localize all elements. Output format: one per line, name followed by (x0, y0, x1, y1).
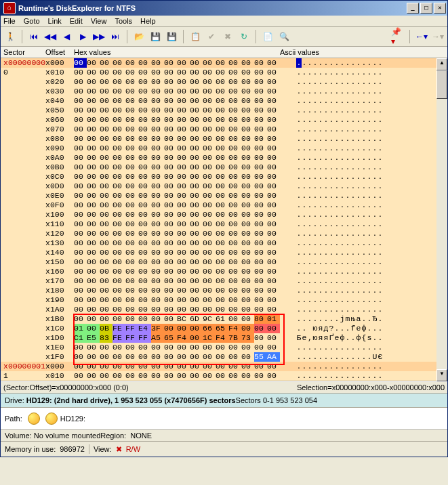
hex-bytes[interactable]: 00000000000000000000000000000000 (74, 201, 280, 210)
ascii-char[interactable]: . (345, 238, 350, 248)
ascii-char[interactable]: . (302, 153, 307, 163)
ascii-char[interactable]: . (345, 68, 350, 77)
hex-byte[interactable]: 00 (125, 238, 138, 248)
hex-byte[interactable]: 00 (216, 371, 228, 381)
hex-byte[interactable]: 00 (138, 314, 151, 324)
ascii-bytes[interactable]: ................ (280, 182, 447, 191)
ascii-char[interactable]: . (356, 77, 361, 87)
hex-byte[interactable]: 61 (216, 314, 228, 324)
hex-byte[interactable]: 00 (113, 96, 125, 106)
ascii-char[interactable]: . (334, 276, 340, 286)
hex-byte[interactable]: 00 (254, 343, 267, 352)
ascii-char[interactable]: . (318, 163, 323, 172)
hex-byte[interactable]: 00 (228, 163, 241, 172)
ascii-bytes[interactable]: .. юяд?...feф... (280, 324, 447, 333)
ascii-char[interactable]: . (334, 305, 340, 314)
hex-byte[interactable]: 66 (203, 324, 216, 333)
hex-byte[interactable]: 00 (177, 248, 190, 257)
ascii-char[interactable]: . (312, 182, 318, 191)
ascii-char[interactable]: . (345, 153, 350, 163)
ascii-char[interactable]: . (318, 362, 323, 371)
hex-byte[interactable]: 00 (125, 314, 138, 324)
hex-byte[interactable]: 00 (151, 352, 164, 362)
tool-fwd-icon[interactable]: ▶ (76, 30, 89, 43)
hex-byte[interactable]: 00 (151, 191, 164, 201)
hex-byte[interactable]: 00 (87, 115, 100, 125)
hex-byte[interactable]: 00 (267, 115, 280, 125)
hex-byte[interactable]: 00 (254, 191, 267, 201)
ascii-char[interactable]: . (372, 191, 378, 201)
hex-byte[interactable]: 00 (254, 210, 267, 219)
hex-byte[interactable]: 00 (267, 295, 280, 305)
hex-row[interactable]: x04000000000000000000000000000000000....… (1, 96, 447, 106)
hex-row[interactable]: 1x01000000000000000000000000000000000...… (1, 371, 447, 381)
ascii-char[interactable]: . (302, 191, 307, 201)
ascii-char[interactable]: . (350, 276, 356, 286)
ascii-char[interactable]: . (340, 172, 345, 182)
ascii-char[interactable]: . (345, 276, 350, 286)
hex-byte[interactable]: 00 (138, 371, 151, 381)
hex-row[interactable]: x0A000000000000000000000000000000000....… (1, 153, 447, 163)
hex-view[interactable]: x00000000x000000000000000000000000000000… (1, 58, 447, 381)
hex-byte[interactable]: 00 (267, 106, 280, 115)
ascii-char[interactable]: . (356, 219, 361, 229)
ascii-char[interactable]: . (334, 238, 340, 248)
hex-byte[interactable]: 00 (87, 68, 100, 77)
hex-byte[interactable]: 00 (164, 87, 177, 96)
ascii-char[interactable]: . (378, 333, 383, 343)
ascii-char[interactable]: . (296, 144, 302, 153)
ascii-char[interactable]: . (318, 125, 323, 134)
ascii-char[interactable]: ј (340, 314, 345, 324)
ascii-char[interactable]: . (296, 77, 302, 87)
ascii-char[interactable]: . (340, 144, 345, 153)
ascii-char[interactable]: . (302, 134, 307, 144)
ascii-char[interactable]: . (340, 305, 345, 314)
ascii-char[interactable]: . (323, 153, 329, 163)
ascii-char[interactable]: . (312, 153, 318, 163)
hex-byte[interactable]: 00 (113, 286, 125, 295)
hex-byte[interactable]: 00 (87, 106, 100, 115)
hex-byte[interactable]: 00 (100, 248, 113, 257)
ascii-char[interactable]: . (296, 238, 302, 248)
hex-byte[interactable]: 00 (241, 257, 254, 267)
ascii-char[interactable]: . (302, 238, 307, 248)
ascii-char[interactable]: . (318, 87, 323, 96)
hex-byte[interactable]: 00 (138, 134, 151, 144)
ascii-char[interactable]: . (312, 267, 318, 276)
hex-byte[interactable]: 00 (228, 210, 241, 219)
hex-byte[interactable]: 00 (216, 201, 228, 210)
ascii-char[interactable]: . (361, 248, 367, 257)
ascii-char[interactable]: . (307, 201, 312, 210)
ascii-char[interactable]: . (312, 295, 318, 305)
hex-byte[interactable]: 00 (87, 276, 100, 286)
ascii-char[interactable]: . (323, 352, 329, 362)
hex-byte[interactable]: 00 (125, 219, 138, 229)
ascii-char[interactable]: . (318, 276, 323, 286)
ascii-char[interactable]: . (340, 134, 345, 144)
hex-byte[interactable]: 00 (216, 210, 228, 219)
ascii-char[interactable]: . (307, 153, 312, 163)
hex-byte[interactable]: 00 (216, 87, 228, 96)
ascii-char[interactable]: . (302, 68, 307, 77)
ascii-char[interactable]: . (334, 352, 340, 362)
ascii-char[interactable]: . (312, 96, 318, 106)
hex-byte[interactable]: 00 (113, 68, 125, 77)
ascii-char[interactable]: s (367, 333, 372, 343)
hex-byte[interactable]: 00 (164, 106, 177, 115)
ascii-char[interactable]: m (345, 314, 350, 324)
menu-tools[interactable]: Tools (115, 17, 132, 25)
ascii-char[interactable]: . (323, 305, 329, 314)
ascii-char[interactable]: . (340, 219, 345, 229)
ascii-char[interactable]: . (312, 134, 318, 144)
hex-bytes[interactable]: 00000000000000000000000000000000 (74, 96, 280, 106)
hex-byte[interactable]: 00 (190, 333, 203, 343)
ascii-char[interactable]: . (350, 371, 356, 381)
hex-byte[interactable]: 00 (190, 229, 203, 238)
ascii-char[interactable]: . (378, 210, 383, 219)
hex-byte[interactable]: 00 (100, 68, 113, 77)
hex-byte[interactable]: 00 (177, 68, 190, 77)
ascii-char[interactable]: . (356, 286, 361, 295)
hex-byte[interactable]: 00 (241, 371, 254, 381)
ascii-char[interactable]: . (340, 153, 345, 163)
ascii-char[interactable]: . (296, 134, 302, 144)
